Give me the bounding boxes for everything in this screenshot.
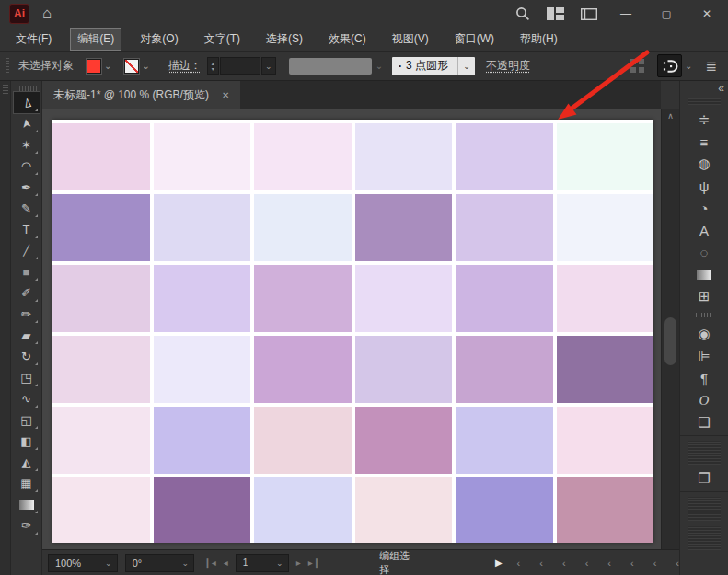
opentype-panel-icon[interactable]: O	[680, 389, 728, 411]
grid-cell-r6c5[interactable]	[456, 477, 553, 543]
rail-grip-dots[interactable]	[696, 313, 712, 317]
menu-item-select[interactable]: 选择(S)	[260, 29, 309, 50]
layers-panel-icon[interactable]: ❏	[680, 411, 728, 433]
perspective-grid-tool[interactable]: ◭	[14, 452, 40, 473]
width-tool[interactable]: ∿	[14, 388, 40, 409]
rail-grip[interactable]	[688, 98, 721, 105]
grid-cell-r5c5[interactable]	[456, 407, 553, 474]
stroke-weight-field[interactable]	[220, 57, 260, 75]
grid-cell-r2c2[interactable]	[154, 194, 251, 261]
rail-grip[interactable]	[688, 497, 721, 521]
maximize-button[interactable]: ▢	[654, 8, 678, 20]
stroke-weight-stepper[interactable]: ▴ ▾	[207, 57, 219, 75]
grid-cell-r2c3[interactable]	[254, 194, 352, 261]
menu-item-object[interactable]: 对象(O)	[133, 29, 184, 50]
selection-tool[interactable]: ▻	[14, 92, 40, 113]
lasso-tool[interactable]: ◠	[14, 155, 40, 177]
pen-tool[interactable]: ✒	[14, 177, 40, 198]
search-icon[interactable]	[515, 6, 530, 21]
minimize-button[interactable]: —	[614, 7, 638, 20]
mesh-tool[interactable]: ▦	[14, 473, 40, 494]
status-mode-label[interactable]: 编组选择	[379, 549, 414, 575]
grid-cell-r1c2[interactable]	[154, 123, 251, 190]
swatches-panel-icon[interactable]: ◔	[680, 197, 728, 219]
grid-cell-r4c3[interactable]	[254, 336, 352, 403]
grid-cell-r1c6[interactable]	[557, 123, 654, 190]
color-guide-panel-icon[interactable]: ◉	[680, 323, 728, 345]
type-tool[interactable]: T	[14, 219, 40, 240]
grid-cell-r6c2[interactable]	[154, 477, 251, 543]
close-button[interactable]: ✕	[695, 7, 719, 20]
grid-cell-r3c5[interactable]	[456, 265, 553, 332]
artboard[interactable]	[52, 120, 653, 543]
variable-width-profile-dropdown[interactable]	[289, 58, 372, 75]
vertical-scrollbar-thumb[interactable]	[664, 317, 676, 365]
zoom-level-dropdown[interactable]: 100% ⌄	[48, 554, 118, 572]
color-panel-icon[interactable]: ◍	[680, 153, 728, 175]
paragraph-panel-icon[interactable]: ¶	[680, 367, 728, 389]
grid-cell-r3c6[interactable]	[557, 265, 654, 332]
gradient-tool[interactable]: ▤	[14, 494, 40, 515]
fill-chevron-icon[interactable]: ⌄	[104, 61, 111, 71]
grid-cell-r6c3[interactable]	[254, 477, 352, 543]
shape-builder-tool[interactable]: ◧	[14, 431, 40, 452]
vertical-scrollbar[interactable]: ∧	[661, 109, 679, 549]
grid-cell-r6c6[interactable]	[557, 477, 654, 543]
grid-cell-r4c2[interactable]	[154, 336, 251, 403]
grid-cell-r2c5[interactable]	[456, 194, 553, 261]
paintbrush-tool[interactable]: ✐	[14, 282, 40, 304]
eraser-tool[interactable]: ▰	[14, 325, 40, 346]
grid-cell-r5c6[interactable]	[557, 407, 654, 474]
properties-panel-icon[interactable]: ≑	[680, 109, 728, 131]
properties-toggle-chevron[interactable]: ⌄	[685, 61, 692, 71]
zoom-chevron-icon[interactable]: ⌄	[100, 558, 117, 568]
grid-cell-r2c6[interactable]	[557, 194, 654, 261]
grid-cell-r1c1[interactable]	[52, 123, 150, 190]
menu-item-help[interactable]: 帮助(H)	[514, 29, 564, 50]
artboard-chevron-icon[interactable]: ⌄	[272, 558, 288, 568]
shaper-tool[interactable]: ✏	[14, 304, 40, 325]
home-icon[interactable]: ⌂	[42, 5, 52, 23]
stepper-down-icon[interactable]: ▾	[212, 66, 214, 72]
scale-tool[interactable]: ◳	[14, 367, 40, 388]
menu-item-edit[interactable]: 编辑(E)	[71, 29, 121, 50]
transform-panel-icon[interactable]: ⊞	[680, 285, 728, 307]
brush-definition-dropdown[interactable]: • 3 点圆形 ⌄	[392, 57, 475, 75]
last-artboard-icon[interactable]: ▸❙	[308, 558, 320, 568]
curvature-tool[interactable]: ✎	[14, 198, 40, 219]
grid-cell-r1c3[interactable]	[254, 123, 352, 190]
line-segment-tool[interactable]: ╱	[14, 240, 40, 261]
grid-cell-r1c4[interactable]	[355, 123, 453, 190]
grid-cell-r6c4[interactable]	[355, 477, 453, 543]
canvas-pasteboard[interactable]	[42, 109, 661, 549]
grid-cell-r4c4[interactable]	[355, 336, 453, 403]
document-grid-icon[interactable]	[630, 59, 644, 73]
menu-item-window[interactable]: 窗口(W)	[448, 29, 501, 50]
free-transform-tool[interactable]: ◱	[14, 409, 40, 431]
brushes-panel-icon[interactable]: ψ	[680, 175, 728, 197]
artboard-number-dropdown[interactable]: 1 ⌄	[236, 554, 289, 572]
horizontal-scrollbar[interactable]: ‹‹‹‹‹‹‹‹	[517, 558, 679, 569]
menu-item-effect[interactable]: 效果(C)	[322, 29, 373, 50]
align-panel-icon[interactable]: ⊫	[680, 345, 728, 367]
status-expand-icon[interactable]: ▶	[495, 558, 503, 568]
eyedropper-tool[interactable]: ✑	[14, 515, 40, 536]
grid-cell-r4c1[interactable]	[52, 336, 150, 403]
direct-selection-tool[interactable]: ➤	[14, 113, 40, 134]
opacity-label[interactable]: 不透明度	[486, 58, 530, 74]
grid-cell-r5c2[interactable]	[154, 407, 251, 474]
panel-menu-icon[interactable]: ≣	[705, 58, 717, 75]
arrange-documents-icon[interactable]	[581, 8, 597, 20]
character-panel-icon[interactable]: A	[680, 219, 728, 241]
grid-cell-r4c5[interactable]	[456, 336, 553, 403]
dashed-selection-icon[interactable]: ◌	[680, 241, 728, 263]
grid-cell-r4c6[interactable]	[557, 336, 654, 403]
grid-cell-r3c1[interactable]	[52, 265, 150, 332]
grid-cell-r2c1[interactable]	[52, 194, 150, 261]
fill-color-swatch[interactable]	[87, 59, 101, 74]
tools-panel-edge[interactable]	[0, 81, 11, 575]
magic-wand-tool[interactable]: ✶	[14, 134, 40, 155]
stroke-panel-icon[interactable]: ≡	[680, 131, 728, 153]
stroke-weight-chevron[interactable]: ⌄	[261, 57, 276, 75]
rotate-tool[interactable]: ↻	[14, 346, 40, 367]
